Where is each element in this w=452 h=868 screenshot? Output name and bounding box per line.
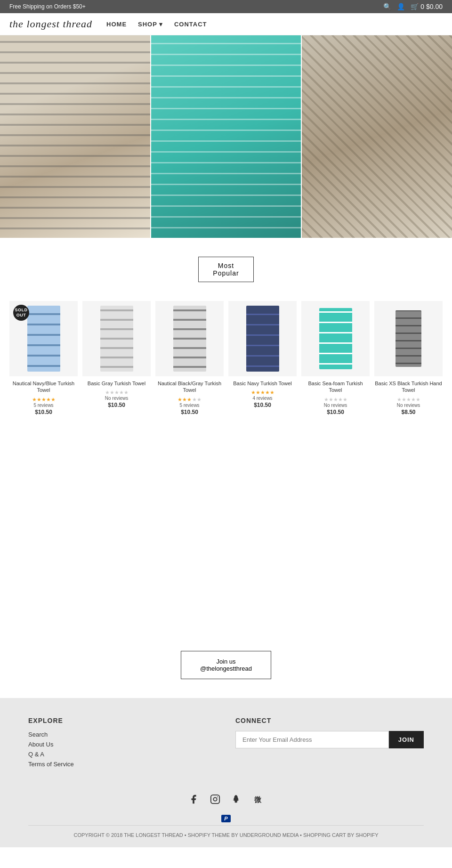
product-price: $10.50 — [9, 409, 78, 415]
product-stars: ★★★★★ — [178, 397, 202, 403]
svg-point-2 — [217, 796, 218, 797]
instagram-button[interactable]: Join us@thelongestthread — [181, 651, 271, 679]
review-count: No reviews — [82, 396, 151, 401]
footer-link-search[interactable]: Search — [28, 731, 48, 738]
list-item: Terms of Service — [28, 761, 217, 768]
weibo-icon[interactable]: 微 — [253, 794, 264, 807]
footer-copyright: COPYRIGHT © 2018 THE LONGEST THREAD • SH… — [28, 825, 424, 838]
nav-shop[interactable]: SHOP ▾ — [138, 21, 163, 28]
snapchat-icon[interactable] — [232, 794, 242, 807]
product-card[interactable]: Basic Navy Turkish Towel ★★★★★ 4 reviews… — [228, 301, 297, 415]
email-input[interactable] — [235, 731, 389, 748]
towel-image — [173, 306, 206, 372]
product-title: Basic Navy Turkish Towel — [228, 380, 297, 387]
hero-section — [0, 35, 452, 238]
footer-link-about[interactable]: About Us — [28, 741, 53, 748]
email-form: JOIN — [235, 731, 424, 748]
product-price: $10.50 — [301, 409, 370, 415]
product-card[interactable]: Nautical Black/Gray Turkish Towel ★★★★★ … — [155, 301, 224, 415]
product-price: $8.50 — [374, 409, 443, 415]
facebook-icon[interactable] — [188, 794, 199, 807]
svg-rect-0 — [211, 795, 219, 803]
product-image-wrap: SOLDOUT — [9, 301, 78, 376]
product-image-wrap — [301, 301, 370, 376]
sold-out-badge: SOLDOUT — [13, 305, 29, 321]
footer-links-list: Search About Us Q & A Terms of Service — [28, 731, 217, 768]
product-price: $10.50 — [82, 402, 151, 408]
product-stars: ★★★★★ — [324, 397, 347, 403]
footer-link-tos[interactable]: Terms of Service — [28, 761, 74, 768]
svg-point-1 — [213, 797, 217, 801]
site-logo[interactable]: the longest thread — [9, 18, 92, 30]
review-count: 5 reviews — [9, 403, 78, 408]
main-nav: HOME SHOP ▾ CONTACT — [106, 21, 207, 28]
product-image-wrap — [82, 301, 151, 376]
footer-columns: EXPLORE Search About Us Q & A Terms of S… — [28, 717, 424, 771]
product-stars: ★★★★★ — [397, 397, 420, 403]
hero-panel-2 — [151, 35, 301, 238]
towel-image — [246, 306, 279, 372]
social-bar: 微 — [28, 785, 424, 812]
site-footer: EXPLORE Search About Us Q & A Terms of S… — [0, 698, 452, 847]
nav-contact[interactable]: CONTACT — [174, 21, 207, 28]
most-popular-button[interactable]: MostPopular — [198, 257, 253, 282]
product-price: $10.50 — [155, 409, 224, 415]
header-icons: 🔍 👤 🛒 0 $0.00 — [383, 3, 443, 10]
instagram-handle: @thelongestthread — [200, 665, 252, 672]
svg-text:微: 微 — [254, 795, 262, 803]
sop-area — [0, 434, 452, 623]
review-count: No reviews — [374, 403, 443, 408]
nav-home[interactable]: HOME — [106, 21, 127, 28]
product-stars: ★★★★★ — [32, 397, 56, 403]
footer-connect: CONNECT JOIN — [235, 717, 424, 771]
cart-count: 0 — [420, 3, 424, 10]
towel-image — [27, 306, 60, 372]
cart-icon[interactable]: 🛒 0 $0.00 — [411, 3, 443, 10]
list-item: Search — [28, 731, 217, 738]
cart-total: $0.00 — [426, 3, 443, 10]
review-count: No reviews — [301, 403, 370, 408]
towel-image — [319, 308, 352, 369]
towel-image — [396, 310, 421, 367]
review-count: 5 reviews — [155, 403, 224, 408]
review-count: 4 reviews — [228, 396, 297, 401]
chevron-down-icon: ▾ — [159, 21, 163, 28]
product-card[interactable]: Basic XS Black Turkish Hand Towel ★★★★★ … — [374, 301, 443, 415]
hero-panel-3 — [302, 35, 452, 238]
product-title: Basic Gray Turkish Towel — [82, 380, 151, 387]
connect-heading: CONNECT — [235, 717, 424, 724]
join-button[interactable]: JOIN — [389, 731, 424, 748]
product-stars: ★★★★★ — [105, 389, 129, 396]
instagram-section: Join us@thelongestthread — [0, 623, 452, 698]
products-grid: SOLDOUT Nautical Navy/Blue Turkish Towel… — [0, 296, 452, 434]
towel-image — [100, 306, 133, 372]
product-stars: ★★★★★ — [251, 389, 274, 396]
product-card[interactable]: Basic Sea-foam Turkish Towel ★★★★★ No re… — [301, 301, 370, 415]
explore-heading: EXPLORE — [28, 717, 217, 724]
paypal-bar: P — [28, 812, 424, 825]
product-price: $10.50 — [228, 402, 297, 408]
most-popular-section: MostPopular — [0, 238, 452, 296]
shipping-text: Free Shipping on Orders $50+ — [9, 3, 86, 10]
hero-panel-1 — [0, 35, 150, 238]
search-icon[interactable]: 🔍 — [383, 3, 391, 10]
product-title: Nautical Navy/Blue Turkish Towel — [9, 380, 78, 394]
instagram-icon[interactable] — [210, 794, 220, 807]
product-title: Nautical Black/Gray Turkish Towel — [155, 380, 224, 394]
footer-link-qa[interactable]: Q & A — [28, 751, 44, 758]
product-image-wrap — [155, 301, 224, 376]
product-card[interactable]: Basic Gray Turkish Towel ★★★★★ No review… — [82, 301, 151, 415]
product-title: Basic Sea-foam Turkish Towel — [301, 380, 370, 394]
list-item: About Us — [28, 741, 217, 748]
footer-explore: EXPLORE Search About Us Q & A Terms of S… — [28, 717, 217, 771]
account-icon[interactable]: 👤 — [397, 3, 405, 10]
list-item: Q & A — [28, 751, 217, 758]
paypal-icon: P — [221, 815, 230, 822]
site-header: the longest thread HOME SHOP ▾ CONTACT — [0, 13, 452, 35]
top-bar: Free Shipping on Orders $50+ 🔍 👤 🛒 0 $0.… — [0, 0, 452, 13]
product-title: Basic XS Black Turkish Hand Towel — [374, 380, 443, 394]
product-card[interactable]: SOLDOUT Nautical Navy/Blue Turkish Towel… — [9, 301, 78, 415]
product-image-wrap — [374, 301, 443, 376]
product-image-wrap — [228, 301, 297, 376]
